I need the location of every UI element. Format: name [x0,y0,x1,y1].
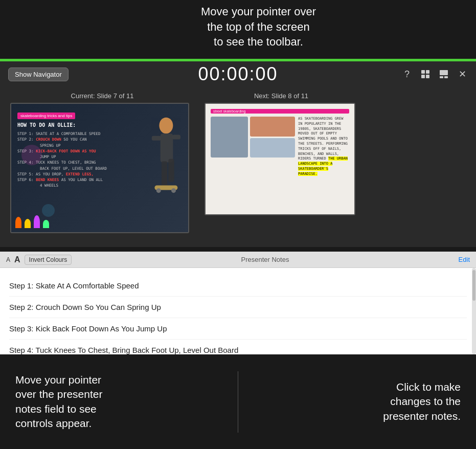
notes-scrollbar[interactable] [472,268,476,354]
svg-rect-0 [421,70,425,74]
bottom-tooltips-area: Move your pointerover the presenternotes… [0,354,476,449]
svg-rect-6 [444,76,448,78]
current-slide-label: Current: Slide 7 of 11 [10,92,194,100]
bottom-right-tooltip: Click to makechanges to thepresenter not… [238,370,476,434]
bottom-left-tooltip: Move your pointerover the presenternotes… [0,363,238,441]
svg-rect-1 [426,70,429,74]
timer-display: 00:00:00 [198,63,278,85]
close-icon[interactable]: ✕ [457,69,468,80]
presenter-area: Show Navigator 00:00:00 ? ✕ [0,61,476,247]
slides-row: Current: Slide 7 of 11 skateboarding tri… [0,87,476,247]
next-slide-tag: street skateboarding [211,109,349,114]
notes-edit-button[interactable]: Edit [459,256,470,263]
layout-icon[interactable] [438,69,449,80]
show-navigator-button[interactable]: Show Navigator [8,68,69,81]
svg-point-15 [171,188,176,193]
next-slide-layout: AS SKATEBOARDING GREW IN POPULARITY IN T… [211,117,349,209]
current-slide-content: skateboarding tricks and tips HOW TO DO … [11,104,188,232]
toolbar-row: Show Navigator 00:00:00 ? ✕ [0,61,476,87]
next-slide-panel: Next: Slide 8 of 11 street skateboarding [205,92,358,242]
next-slide-content: street skateboarding [206,104,354,214]
svg-rect-11 [162,161,167,187]
next-slide-label: Next: Slide 8 of 11 [205,92,358,100]
current-slide-tag: skateboarding tricks and tips [17,113,75,119]
top-tooltip-text: Move your pointer overthe top of the scr… [201,4,316,50]
slide-photo-3 [250,138,295,158]
note-line-4: Step 4: Tuck Knees To Chest, Bring Back … [9,340,467,354]
next-slide-body-text: AS SKATEBOARDING GREW IN POPULARITY IN T… [298,117,349,209]
slide-photo-2 [250,117,295,137]
svg-rect-9 [152,136,161,141]
font-size-large-button[interactable]: A [14,255,20,264]
notes-scrollbar-thumb[interactable] [472,270,475,301]
svg-rect-10 [172,135,180,140]
font-size-small-button[interactable]: A [6,256,10,263]
next-slide-photos [211,117,295,158]
note-line-1: Step 1: Skate At A Comfortable Speed [9,275,467,297]
svg-rect-8 [161,133,173,162]
svg-rect-12 [168,159,174,182]
svg-rect-4 [440,70,448,75]
slide-photo-1 [211,117,248,158]
help-icon[interactable]: ? [401,69,413,80]
invert-colours-button[interactable]: Invert Colours [25,255,72,265]
note-line-2: Step 2: Crouch Down So You Can Spring Up [9,297,467,318]
next-slide-text-col: AS SKATEBOARDING GREW IN POPULARITY IN T… [298,117,349,209]
svg-rect-5 [440,76,443,78]
skater-illustration [134,114,180,206]
current-slide-panel: Current: Slide 7 of 11 skateboarding tri… [10,92,194,242]
notes-area: A A Invert Colours Presenter Notes Edit … [0,252,476,354]
svg-rect-2 [421,75,425,78]
svg-rect-3 [426,75,429,78]
stick-figures [15,215,49,228]
notes-toolbar: A A Invert Colours Presenter Notes Edit [0,252,476,268]
toolbar-icons: ? ✕ [401,69,468,80]
note-line-3: Step 3: Kick Back Foot Down As You Jump … [9,318,467,340]
svg-point-7 [159,118,173,134]
grid-view-icon[interactable] [420,69,431,80]
notes-section-title: Presenter Notes [76,256,454,263]
svg-point-14 [156,188,161,193]
next-slide-thumbnail[interactable]: street skateboarding [205,103,355,215]
top-tooltip-area: Move your pointer overthe top of the scr… [0,0,476,59]
notes-content[interactable]: Step 1: Skate At A Comfortable Speed Ste… [0,268,476,354]
current-slide-thumbnail[interactable]: skateboarding tricks and tips HOW TO DO … [10,103,189,233]
